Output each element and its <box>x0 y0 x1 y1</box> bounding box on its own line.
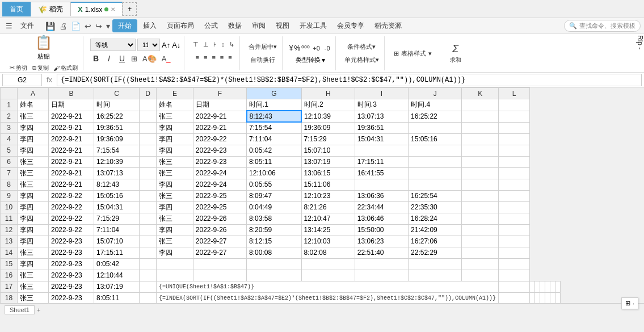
col-header-c[interactable]: C <box>94 88 140 99</box>
cell[interactable]: 张三 <box>157 167 193 179</box>
cell[interactable]: 时间.3 <box>355 99 408 111</box>
col-header-j[interactable]: J <box>409 88 462 99</box>
formula-input[interactable] <box>57 74 642 86</box>
align-top-icon[interactable]: ⊤ <box>191 39 200 50</box>
cell[interactable] <box>140 201 157 213</box>
cell[interactable] <box>462 179 499 190</box>
cell[interactable] <box>140 213 157 224</box>
merge-center-button[interactable]: 合并居中▾ <box>247 41 279 53</box>
cell[interactable]: 2022-9-22 <box>49 224 94 236</box>
cell[interactable] <box>462 236 499 247</box>
cell[interactable] <box>499 224 530 236</box>
cell[interactable]: 李四 <box>18 190 49 201</box>
col-header-e[interactable]: E <box>157 88 193 99</box>
col-header-i[interactable]: I <box>355 88 408 99</box>
align-justify-icon[interactable]: ≡ <box>218 52 225 63</box>
cell[interactable] <box>140 258 157 270</box>
cell[interactable]: 2022-9-21 <box>49 133 94 145</box>
cell[interactable] <box>499 179 530 190</box>
menu-formula[interactable]: 公式 <box>200 19 222 32</box>
cell[interactable]: 张三 <box>18 179 49 190</box>
font-increase-icon[interactable]: A↑ <box>162 41 170 49</box>
row-header-15[interactable]: 15 <box>1 258 18 270</box>
cell[interactable]: 2022-9-27 <box>193 236 246 247</box>
cell[interactable]: 张三 <box>18 167 49 179</box>
align-bottom-icon[interactable]: ⊦ <box>212 39 218 50</box>
cell[interactable] <box>499 258 530 270</box>
cell[interactable]: 15:50:00 <box>355 224 408 236</box>
decrease-decimal-icon[interactable]: -0 <box>323 43 332 54</box>
cell[interactable]: 2022-9-23 <box>49 258 94 270</box>
text-direction-icon[interactable]: ↕ <box>220 39 226 50</box>
cell[interactable] <box>193 270 246 281</box>
cell[interactable]: 李四 <box>18 236 49 247</box>
cell[interactable]: 李四 <box>157 133 193 145</box>
cell[interactable] <box>140 145 157 156</box>
cell[interactable] <box>409 258 462 270</box>
cell[interactable] <box>499 281 530 292</box>
cell[interactable]: 0:04:49 <box>247 201 302 213</box>
col-header-d[interactable]: D <box>140 88 157 99</box>
cell[interactable]: 15:04:31 <box>355 133 408 145</box>
menu-data[interactable]: 数据 <box>224 19 246 32</box>
cell[interactable]: 李四 <box>18 133 49 145</box>
cell[interactable]: 7:11:04 <box>94 224 140 236</box>
cell[interactable]: 16:25:22 <box>409 111 462 122</box>
cell[interactable]: 8:05:11 <box>247 156 302 167</box>
formula-fx-icon[interactable]: fx <box>44 75 54 84</box>
cell[interactable]: 2022-9-23 <box>193 156 246 167</box>
cell[interactable]: 李四 <box>157 122 193 133</box>
cell[interactable] <box>499 122 530 133</box>
cell[interactable] <box>499 190 530 201</box>
cell[interactable]: 2022-9-22 <box>49 190 94 201</box>
cell[interactable] <box>409 122 462 133</box>
cell[interactable] <box>499 145 530 156</box>
cell[interactable]: 0:05:55 <box>247 179 302 190</box>
cell[interactable]: 2022-9-22 <box>193 133 246 145</box>
cell[interactable] <box>530 281 535 292</box>
cell[interactable] <box>550 292 555 303</box>
cell[interactable]: 7:15:54 <box>94 145 140 156</box>
cell[interactable]: 13:06:23 <box>355 236 408 247</box>
cell[interactable]: 李四 <box>18 213 49 224</box>
cell[interactable] <box>140 270 157 281</box>
cell[interactable]: 8:21:26 <box>301 201 355 213</box>
cell[interactable] <box>140 179 157 190</box>
cell[interactable] <box>462 122 499 133</box>
cell[interactable]: 张三 <box>18 292 49 303</box>
row-header-6[interactable]: 6 <box>1 156 18 167</box>
cell[interactable] <box>140 99 157 111</box>
cell[interactable]: {=INDEX(SORT(IF((Sheet1!$A$2:$A$47=$E2)*… <box>157 292 499 303</box>
cell[interactable]: 2022-9-27 <box>193 247 246 258</box>
redo-icon[interactable]: ↪ <box>94 20 103 32</box>
cell[interactable]: 13:07:13 <box>94 167 140 179</box>
cell[interactable]: 13:07:19 <box>301 156 355 167</box>
cell[interactable] <box>545 281 550 292</box>
cell[interactable]: 2022-9-26 <box>193 213 246 224</box>
row-header-14[interactable]: 14 <box>1 247 18 258</box>
row-header-13[interactable]: 13 <box>1 236 18 247</box>
cell[interactable]: 时间.4 <box>409 99 462 111</box>
cell[interactable]: 7:15:54 <box>247 122 302 133</box>
menu-daoke-resources[interactable]: 稻壳资源 <box>370 19 406 32</box>
print-icon[interactable]: 📄 <box>70 20 82 32</box>
cell[interactable]: 2022-9-25 <box>193 190 246 201</box>
fill-color-button[interactable]: A🎨 <box>141 53 158 64</box>
cell[interactable] <box>462 224 499 236</box>
cell[interactable]: 2022-9-21 <box>193 111 246 122</box>
cell[interactable]: 12:10:47 <box>301 213 355 224</box>
cell[interactable]: 15:05:16 <box>409 133 462 145</box>
cell[interactable]: 2022-9-21 <box>49 156 94 167</box>
cell[interactable]: 16:28:24 <box>409 213 462 224</box>
cell-style-button[interactable]: 单元格样式▾ <box>343 54 381 66</box>
cell[interactable] <box>499 167 530 179</box>
cell[interactable] <box>140 224 157 236</box>
cell[interactable] <box>193 258 246 270</box>
row-header-1[interactable]: 1 <box>1 99 18 111</box>
cell[interactable]: 0:05:42 <box>247 145 302 156</box>
border-button[interactable]: ⊞ <box>129 53 139 64</box>
corner-popup[interactable]: ⊞ · <box>621 297 638 309</box>
menu-dev-tools[interactable]: 开发工具 <box>295 19 331 32</box>
col-header-g[interactable]: G <box>247 88 302 99</box>
cell[interactable] <box>157 258 193 270</box>
